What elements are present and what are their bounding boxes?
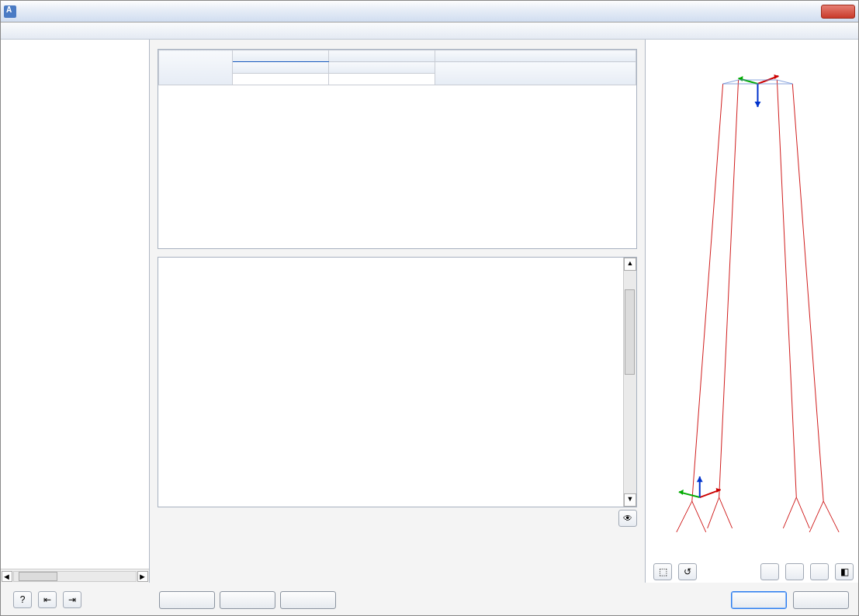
help-icon[interactable]: ? <box>13 591 32 608</box>
menu-help[interactable] <box>30 29 43 33</box>
combine-button[interactable] <box>220 591 275 609</box>
scroll-left-button[interactable]: ◄ <box>2 571 12 582</box>
svg-line-10 <box>723 80 739 84</box>
table-toolbar: 👁 <box>150 507 645 529</box>
nav-next-icon[interactable]: ⇥ <box>63 591 81 608</box>
preview-icon[interactable]: 👁 <box>618 510 637 527</box>
svg-line-14 <box>677 501 692 532</box>
svg-line-11 <box>777 80 792 84</box>
svg-line-21 <box>796 497 809 528</box>
col-b-sub <box>329 62 435 74</box>
col-a-sub2 <box>233 74 329 85</box>
scroll-track[interactable] <box>13 571 137 582</box>
export-button[interactable] <box>159 591 215 609</box>
svg-line-15 <box>692 501 706 532</box>
col-a-sub <box>233 62 329 74</box>
svg-line-20 <box>783 497 796 528</box>
cancel-button[interactable] <box>793 591 849 609</box>
svg-line-19 <box>719 497 733 528</box>
view-z-button[interactable] <box>810 563 829 580</box>
scroll-right-button[interactable]: ► <box>137 571 148 582</box>
titlebar <box>1 1 858 22</box>
view-tool-2-icon[interactable]: ↺ <box>678 563 697 580</box>
details-vscroll[interactable]: ▲ ▼ <box>623 258 636 507</box>
view-toolbar: ⬚ ↺ ◧ <box>646 561 858 583</box>
svg-marker-4 <box>739 76 743 81</box>
svg-marker-25 <box>679 490 684 495</box>
menu-settings[interactable] <box>18 29 30 33</box>
svg-line-18 <box>708 497 719 528</box>
view-tool-1-icon[interactable]: ⬚ <box>653 563 672 580</box>
main-area: ◄ ► <box>1 40 858 583</box>
app-icon <box>4 5 16 18</box>
tower-render <box>646 40 858 561</box>
svg-line-6 <box>692 84 723 501</box>
nav-prev-icon[interactable]: ⇤ <box>38 591 57 608</box>
details-table[interactable]: ▲ ▼ <box>158 257 637 507</box>
svg-marker-26 <box>697 476 703 482</box>
menubar <box>1 22 858 40</box>
svg-line-7 <box>792 84 823 501</box>
scroll-vtrack[interactable] <box>624 271 636 493</box>
col-description <box>159 50 233 85</box>
svg-line-8 <box>719 80 739 497</box>
svg-line-9 <box>777 80 796 497</box>
sidebar: ◄ ► <box>1 40 150 583</box>
model-viewport[interactable] <box>646 40 858 561</box>
col-c[interactable] <box>435 50 636 62</box>
scroll-down-button[interactable]: ▼ <box>624 493 636 507</box>
svg-line-16 <box>823 501 839 532</box>
details-title <box>150 249 645 257</box>
col-b[interactable] <box>329 50 435 62</box>
col-a[interactable] <box>233 50 329 62</box>
tree-group-results[interactable] <box>1 45 149 48</box>
view-y-button[interactable] <box>785 563 804 580</box>
svg-marker-5 <box>754 102 760 107</box>
view-x-button[interactable] <box>760 563 779 580</box>
viewport-panel: ⬚ ↺ ◧ <box>645 40 858 583</box>
col-b-sub2 <box>329 74 435 85</box>
main-table[interactable] <box>158 49 637 249</box>
menu-file[interactable] <box>5 29 18 33</box>
scroll-vthumb[interactable] <box>625 289 635 375</box>
scroll-up-button[interactable]: ▲ <box>624 258 636 271</box>
scroll-thumb[interactable] <box>19 572 57 581</box>
content-panel: ▲ ▼ 👁 <box>150 40 645 583</box>
details-button[interactable] <box>280 591 336 609</box>
panel-title <box>150 40 645 49</box>
ok-button[interactable] <box>731 591 787 609</box>
footer: ? ⇤ ⇥ <box>1 583 858 616</box>
view-iso-button[interactable]: ◧ <box>835 563 854 580</box>
close-button[interactable] <box>821 5 855 19</box>
svg-line-17 <box>809 501 823 532</box>
nav-tree[interactable] <box>1 40 149 569</box>
sidebar-hscroll[interactable]: ◄ ► <box>1 569 149 583</box>
